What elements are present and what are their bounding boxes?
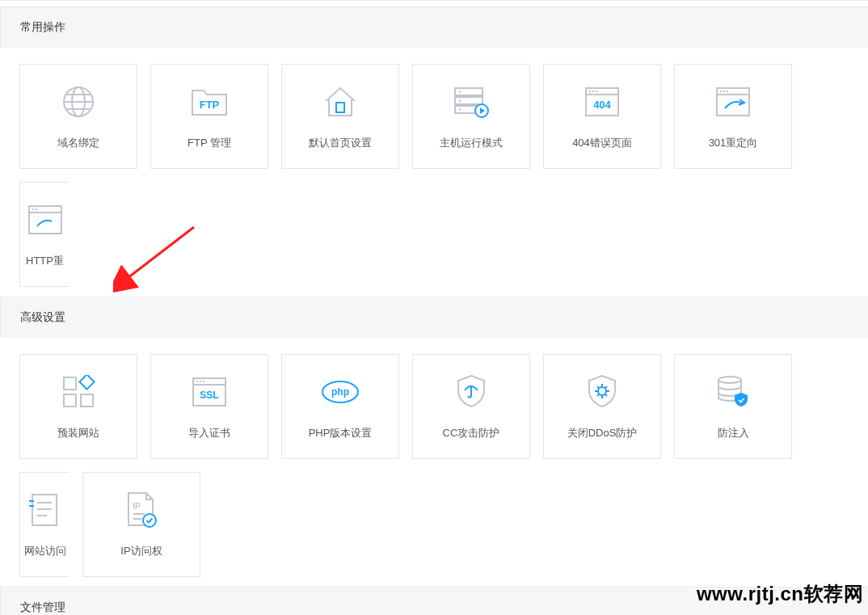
svg-text:FTP: FTP xyxy=(200,99,220,111)
svg-point-11 xyxy=(459,99,461,102)
tile-label: 主机运行模式 xyxy=(440,136,503,150)
svg-text:php: php xyxy=(331,386,349,398)
svg-point-22 xyxy=(720,91,722,92)
document-lines-icon xyxy=(26,491,65,529)
tile-cc-protect[interactable]: CC攻击防护 xyxy=(412,354,530,459)
window-ssl-icon: SSL xyxy=(190,373,229,411)
section-title: 文件管理 xyxy=(20,600,65,613)
section-title: 高级设置 xyxy=(20,310,65,323)
svg-line-49 xyxy=(605,386,608,389)
svg-point-28 xyxy=(35,209,36,210)
watermark-text: www.rjtj.cn软荐网 xyxy=(697,581,863,607)
tile-redirect-301[interactable]: 301重定向 xyxy=(674,64,792,169)
section-header-common: 常用操作 xyxy=(0,6,868,48)
tile-label: HTTP重 xyxy=(26,254,64,268)
svg-line-47 xyxy=(597,386,600,389)
folder-ftp-icon: FTP xyxy=(190,82,229,121)
tile-preinstall-site[interactable]: 预装网站 xyxy=(19,354,137,459)
section-header-advanced: 高级设置 xyxy=(0,297,868,338)
tile-domain-bind[interactable]: 域名绑定 xyxy=(19,64,137,169)
svg-rect-29 xyxy=(64,377,76,390)
tile-label: 预装网站 xyxy=(57,426,99,440)
svg-point-23 xyxy=(723,91,725,92)
section-body-common: 域名绑定 FTP FTP 管理 默认首页设置 xyxy=(0,48,868,297)
tile-label: 网站访问 xyxy=(24,544,66,558)
tile-label: CC攻击防护 xyxy=(443,426,500,440)
svg-point-12 xyxy=(459,108,461,111)
svg-point-10 xyxy=(459,91,461,93)
tile-label: PHP版本设置 xyxy=(309,426,373,440)
tile-label: IP访问权 xyxy=(120,544,162,558)
svg-point-24 xyxy=(727,91,728,92)
svg-line-50 xyxy=(597,394,600,397)
svg-point-35 xyxy=(196,381,198,382)
apps-icon xyxy=(59,373,98,411)
svg-rect-32 xyxy=(79,375,94,390)
svg-point-17 xyxy=(592,91,594,92)
home-icon xyxy=(321,82,360,121)
svg-rect-30 xyxy=(64,394,76,406)
svg-point-16 xyxy=(589,91,591,92)
tile-label: 防注入 xyxy=(718,426,749,440)
svg-rect-25 xyxy=(29,206,61,234)
tile-ddos-off[interactable]: 关闭DDoS防护 xyxy=(543,354,661,459)
tile-php-version[interactable]: php PHP版本设置 xyxy=(281,354,399,459)
svg-rect-31 xyxy=(81,394,93,406)
tile-ip-access[interactable]: IP IP访问权 xyxy=(82,472,200,577)
svg-point-27 xyxy=(32,209,33,210)
globe-icon xyxy=(59,82,98,121)
svg-point-51 xyxy=(718,377,741,383)
tile-ftp-manage[interactable]: FTP FTP 管理 xyxy=(150,64,268,169)
svg-text:SSL: SSL xyxy=(200,390,218,401)
server-play-icon xyxy=(452,82,491,121)
section-body-advanced: 预装网站 SSL 导入证书 php PHP版本设置 xyxy=(0,338,868,587)
tile-label: 关闭DDoS防护 xyxy=(567,426,638,440)
tile-default-index[interactable]: 默认首页设置 xyxy=(281,64,399,169)
tile-run-mode[interactable]: 主机运行模式 xyxy=(412,64,530,169)
svg-point-18 xyxy=(596,91,597,92)
tile-label: 域名绑定 xyxy=(57,136,99,150)
tile-label: FTP 管理 xyxy=(188,136,231,150)
php-icon: php xyxy=(321,373,360,411)
svg-point-37 xyxy=(203,381,204,382)
tile-label: 默认首页设置 xyxy=(309,136,372,150)
svg-line-48 xyxy=(605,394,608,397)
window-404-icon: 404 xyxy=(583,82,622,121)
tile-label: 404错误页面 xyxy=(572,136,632,150)
shield-umbrella-icon xyxy=(452,373,491,411)
database-shield-icon xyxy=(714,373,752,411)
svg-rect-6 xyxy=(336,103,344,112)
tile-site-access[interactable]: 网站访问 xyxy=(19,472,70,577)
tile-label: 导入证书 xyxy=(188,426,230,440)
tile-error-404[interactable]: 404 404错误页面 xyxy=(543,64,661,169)
svg-text:404: 404 xyxy=(593,99,611,111)
tile-import-cert[interactable]: SSL 导入证书 xyxy=(150,354,268,459)
document-ip-check-icon: IP xyxy=(122,491,161,529)
shield-virus-icon xyxy=(583,373,622,411)
tile-anti-inject[interactable]: 防注入 xyxy=(674,354,792,459)
svg-point-36 xyxy=(200,381,201,382)
section-title: 常用操作 xyxy=(20,20,65,33)
tile-label: 301重定向 xyxy=(709,136,758,150)
window-icon xyxy=(26,200,65,239)
window-redirect-icon xyxy=(714,82,752,121)
tile-http-redirect[interactable]: HTTP重 xyxy=(19,182,70,287)
svg-text:IP: IP xyxy=(133,502,141,511)
